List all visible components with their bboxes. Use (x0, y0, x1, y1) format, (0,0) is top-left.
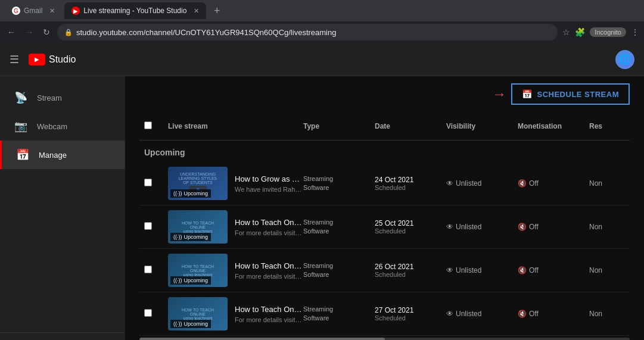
nav-back[interactable]: ← (5, 25, 18, 39)
menu-icon[interactable]: ⋮ (631, 27, 639, 37)
sidebar-item-manage-label: Manage (39, 151, 67, 160)
tab-gmail-label: Gmail (24, 7, 42, 15)
stream-title-2: How to Teach Online using Teachmint ... (235, 218, 303, 227)
res-2: Non (589, 223, 625, 231)
schedule-stream-label: SCHEDULE STREAM (537, 90, 619, 99)
stream-title-4: How to Teach Online using Teachmint ... (235, 305, 303, 314)
row-4-checkbox[interactable] (144, 309, 152, 317)
res-1: Non (589, 179, 625, 188)
header-type: Type (303, 122, 375, 130)
stream-desc-1: We have invited Rahul Gaur, Academician,… (235, 186, 303, 193)
header-res: Res (589, 122, 625, 130)
thumbnail-2: HOW TO TEACHONLINEusing teachmint ((·)) … (168, 210, 228, 244)
monetisation-4: 🔇 Off (518, 310, 589, 318)
sidebar-footer: ! Send feedback (0, 332, 125, 340)
date-2: 25 Oct 2021 Scheduled (375, 219, 446, 235)
incognito-badge: Incognito (590, 27, 626, 37)
sidebar-item-webcam-label: Webcam (37, 122, 67, 131)
thumbnail-1: UNDERSTANDINGLEARNING STYLESOF STUDENTS … (168, 167, 228, 200)
address-bar: ← → ↻ 🔒 studio.youtube.com/channel/UCnOT… (0, 21, 644, 43)
bookmark-icon[interactable]: ☆ (562, 27, 570, 37)
header-date: Date (375, 122, 446, 130)
schedule-icon: 📅 (522, 89, 533, 99)
eye-icon-2: 👁 (446, 223, 453, 231)
visibility-label-1: Unlisted (456, 179, 481, 188)
upcoming-badge-1: ((·)) Upcoming (170, 189, 211, 198)
monetisation-icon-4: 🔇 (518, 310, 527, 318)
stream-desc-3: For more details visit https://www.teach… (235, 273, 303, 280)
monetisation-1: 🔇 Off (518, 179, 589, 188)
nav-forward[interactable]: → (23, 25, 36, 39)
row-3-checkbox[interactable] (144, 266, 152, 273)
tab-gmail-close[interactable]: ✕ (49, 7, 55, 15)
sidebar-item-manage[interactable]: 📅 Manage (0, 141, 125, 169)
nav-refresh[interactable]: ↻ (41, 25, 52, 39)
sidebar-item-stream-label: Stream (37, 93, 62, 102)
eye-icon-3: 👁 (446, 266, 453, 275)
url-text: studio.youtube.com/channel/UCnOTY61YuGR9… (76, 28, 336, 37)
row-checkbox-1[interactable] (144, 178, 168, 189)
select-all-checkbox[interactable] (144, 121, 152, 129)
stream-icon: 📡 (14, 91, 27, 104)
visibility-label-4: Unlisted (456, 310, 481, 318)
manage-icon: 📅 (16, 148, 29, 161)
row-checkbox-3[interactable] (144, 265, 168, 276)
monetisation-icon-2: 🔇 (518, 223, 527, 231)
upcoming-badge-2: ((·)) Upcoming (170, 233, 211, 241)
address-icons: ☆ 🧩 Incognito ⋮ (562, 27, 639, 37)
app-body: 📡 Stream 📷 Webcam 📅 Manage ! Send feedba… (0, 76, 644, 340)
stream-info-2: How to Teach Online using Teachmint ... … (235, 218, 303, 236)
hamburger-menu[interactable]: ☰ (10, 53, 19, 66)
tab-bar: G Gmail ✕ ▶ Live streaming - YouTube Stu… (0, 0, 644, 21)
header-monetisation: Monetisation (518, 122, 589, 130)
type-3: StreamingSoftware (303, 261, 375, 280)
table-row: HOW TO TEACHONLINEusing teachmint ((·)) … (139, 205, 630, 249)
monetisation-icon-3: 🔇 (518, 266, 527, 275)
row-checkbox-4[interactable] (144, 308, 168, 319)
yt-logo: Studio (29, 54, 76, 65)
table-header-row: Live stream Type Date Visibility Monetis… (139, 112, 630, 141)
row-2-checkbox[interactable] (144, 222, 152, 230)
scroll-thumb[interactable] (139, 338, 385, 340)
upcoming-badge-4: ((·)) Upcoming (170, 320, 211, 328)
sidebar-item-webcam[interactable]: 📷 Webcam (0, 112, 125, 141)
horizontal-scrollbar[interactable] (139, 338, 630, 340)
visibility-2: 👁 Unlisted (446, 223, 518, 231)
tab-yt-studio[interactable]: ▶ Live streaming - YouTube Studio ✕ (64, 2, 206, 19)
lock-icon: 🔒 (64, 29, 73, 36)
row-checkbox-2[interactable] (144, 222, 168, 232)
monetisation-label-3: Off (529, 266, 539, 275)
date-1: 24 Oct 2021 Scheduled (375, 176, 446, 191)
table-row: UNDERSTANDINGLEARNING STYLESOF STUDENTS … (139, 162, 630, 205)
webcam-icon: 📷 (14, 120, 27, 133)
browser-chrome: G Gmail ✕ ▶ Live streaming - YouTube Stu… (0, 0, 644, 43)
upcoming-badge-3: ((·)) Upcoming (170, 276, 211, 285)
extension-icon[interactable]: 🧩 (575, 27, 585, 37)
sidebar-item-stream[interactable]: 📡 Stream (0, 83, 125, 112)
visibility-label-3: Unlisted (456, 266, 481, 275)
visibility-label-2: Unlisted (456, 223, 481, 231)
stream-desc-4: For more details visit https://www.teach… (235, 316, 303, 323)
monetisation-2: 🔇 Off (518, 223, 589, 231)
main-content: → 📅 SCHEDULE STREAM Live stream Type Dat… (125, 76, 644, 340)
stream-title-3: How to Teach Online using Teachmint ... (235, 261, 303, 270)
type-2: StreamingSoftware (303, 218, 375, 236)
schedule-stream-button[interactable]: 📅 SCHEDULE STREAM (511, 83, 630, 105)
stream-info-4: How to Teach Online using Teachmint ... … (235, 305, 303, 323)
row-1-checkbox[interactable] (144, 179, 152, 186)
tab-yt-close[interactable]: ✕ (194, 7, 199, 15)
header-stream: Live stream (168, 122, 303, 130)
header-check[interactable] (144, 121, 168, 131)
eye-icon-4: 👁 (446, 310, 453, 318)
date-3: 26 Oct 2021 Scheduled (375, 263, 446, 278)
new-tab-button[interactable]: + (209, 2, 225, 19)
stream-info-3: How to Teach Online using Teachmint ... … (235, 261, 303, 280)
tab-gmail[interactable]: G Gmail ✕ (5, 2, 62, 19)
user-avatar[interactable]: 🌐 (615, 50, 634, 69)
table-container: Live stream Type Date Visibility Monetis… (125, 112, 644, 338)
visibility-3: 👁 Unlisted (446, 266, 518, 275)
thumbnail-4: HOW TO TEACHONLINEusing teachmint ((·)) … (168, 297, 228, 330)
send-feedback-btn[interactable]: ! Send feedback (0, 338, 125, 340)
monetisation-label-4: Off (529, 310, 539, 318)
address-input[interactable]: 🔒 studio.youtube.com/channel/UCnOTY61YuG… (57, 24, 558, 40)
